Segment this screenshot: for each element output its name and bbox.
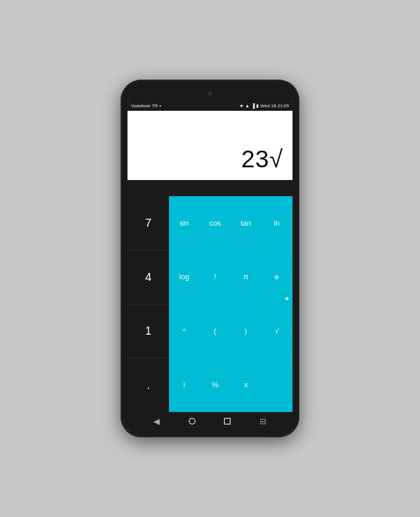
dot-indicator <box>286 297 288 300</box>
key-imaginary[interactable]: i <box>169 358 200 413</box>
phone-top-bar <box>127 87 292 100</box>
key-sqrt[interactable]: √ <box>262 304 293 358</box>
calc-keypad: 7 4 1 . sin cos tan ln log ! π e ^ ( <box>127 196 292 412</box>
key-pi[interactable]: π <box>231 250 262 305</box>
key-ln[interactable]: ln <box>262 196 293 250</box>
function-grid: sin cos tan ln log ! π e ^ ( ) √ i % x <box>169 196 292 412</box>
key-cos[interactable]: cos <box>200 196 231 250</box>
phone-device: Vodafone TR ▪ ★ ▲ ▐ ▮ Wed 18 21:05 23√ 7… <box>121 80 299 437</box>
key-log[interactable]: log <box>169 250 200 305</box>
nav-recents-button[interactable] <box>224 418 231 425</box>
key-7[interactable]: 7 <box>127 196 169 250</box>
key-percent[interactable]: % <box>200 358 231 413</box>
key-tan[interactable]: tan <box>231 196 262 250</box>
bluetooth-icon: ★ <box>239 103 243 108</box>
sim-icon: ▪ <box>160 103 162 108</box>
status-left: Vodafone TR ▪ <box>131 103 161 108</box>
wifi-icon: ▲ <box>245 103 250 108</box>
nav-menu-button[interactable]: ⊟ <box>260 417 267 426</box>
key-4[interactable]: 4 <box>127 250 169 305</box>
key-close-paren[interactable]: ) <box>231 304 262 358</box>
time-text: Wed 18 21:05 <box>260 103 289 108</box>
calc-expression: 23√ <box>241 145 283 173</box>
key-x[interactable]: x <box>231 358 262 413</box>
phone-screen: Vodafone TR ▪ ★ ▲ ▐ ▮ Wed 18 21:05 23√ 7… <box>127 100 292 430</box>
key-sin[interactable]: sin <box>169 196 200 250</box>
left-column: 7 4 1 . <box>127 196 169 412</box>
key-factorial[interactable]: ! <box>200 250 231 305</box>
status-right: ★ ▲ ▐ ▮ Wed 18 21:05 <box>239 103 289 108</box>
phone-camera <box>208 91 212 96</box>
key-empty <box>262 358 293 413</box>
nav-back-button[interactable]: ◀ <box>153 417 160 426</box>
calc-display: 23√ <box>127 111 292 180</box>
carrier-text: Vodafone TR <box>131 103 158 108</box>
battery-icon: ▮ <box>256 103 258 108</box>
key-dot[interactable]: . <box>127 358 169 412</box>
key-power[interactable]: ^ <box>169 304 200 358</box>
key-e[interactable]: e <box>262 250 293 305</box>
key-open-paren[interactable]: ( <box>200 304 231 358</box>
key-1[interactable]: 1 <box>127 305 169 359</box>
calc-divider <box>127 180 292 196</box>
nav-bar: ◀ ⊟ <box>127 412 292 430</box>
nav-home-button[interactable] <box>189 418 196 425</box>
status-bar: Vodafone TR ▪ ★ ▲ ▐ ▮ Wed 18 21:05 <box>127 100 292 111</box>
signal-icon: ▐ <box>252 103 255 108</box>
